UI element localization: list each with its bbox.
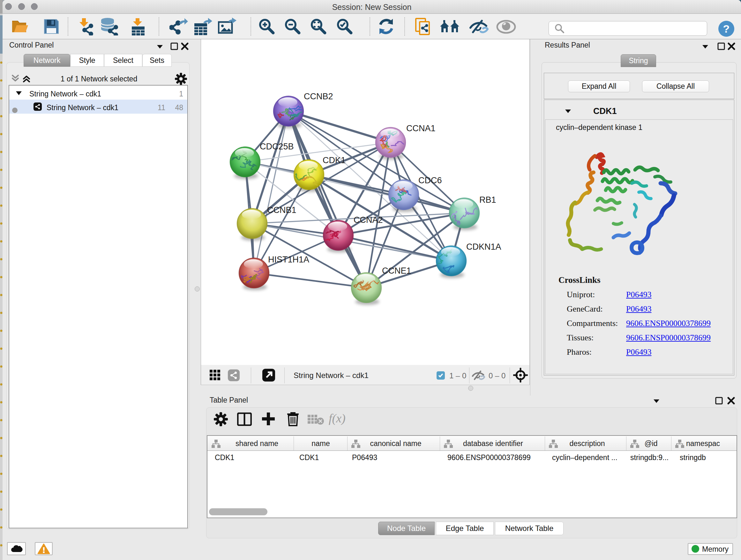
svg-text:?: ? (723, 23, 730, 35)
svg-text:CCNB1: CCNB1 (267, 205, 296, 215)
svg-text:CDC6: CDC6 (418, 176, 442, 185)
svg-text:CCNB2: CCNB2 (304, 91, 333, 101)
svg-text:CCNA2: CCNA2 (354, 215, 383, 225)
svg-text:CDC25B: CDC25B (260, 142, 294, 151)
svg-text:CDKN1A: CDKN1A (466, 242, 501, 252)
svg-text:CDK1: CDK1 (323, 155, 346, 165)
svg-text:RB1: RB1 (479, 195, 496, 205)
svg-text:CCNE1: CCNE1 (382, 266, 411, 275)
svg-text:HIST1H1A: HIST1H1A (268, 255, 309, 264)
svg-text:CCNA1: CCNA1 (406, 124, 435, 133)
